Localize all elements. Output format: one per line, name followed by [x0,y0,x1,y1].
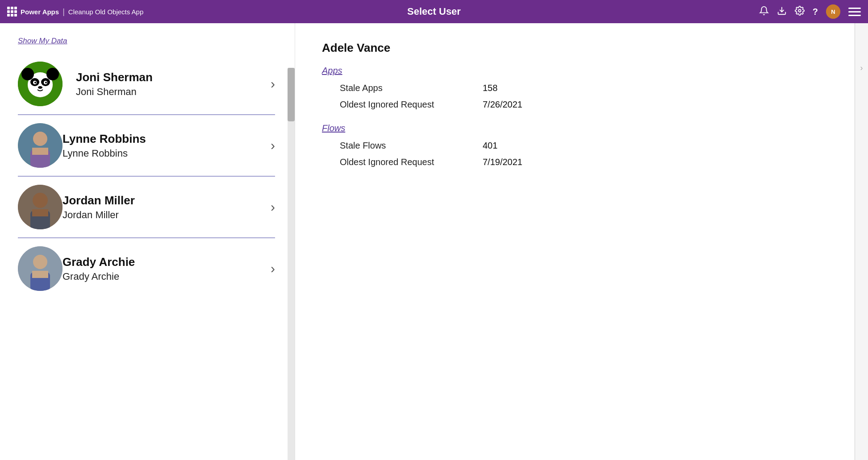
user-name-primary-joni: Joni Sherman [76,70,266,84]
user-name-primary-grady: Grady Archie [63,255,266,269]
chevron-right-joni: › [271,76,275,91]
svg-point-20 [33,193,48,208]
apps-section: Apps Stale Apps 158 Oldest Ignored Reque… [322,66,828,110]
svg-rect-26 [32,271,48,278]
avatar-grady-archie [18,246,63,291]
top-bar: Power Apps | Cleanup Old Objects App Sel… [0,0,868,23]
stale-apps-row: Stale Apps 158 [340,83,828,93]
scrollbar-thumb[interactable] [288,68,295,121]
flows-section: Flows Stale Flows 401 Oldest Ignored Req… [322,123,828,167]
user-item-grady-archie[interactable]: Grady Archie Grady Archie › [18,238,275,299]
show-my-data-link[interactable]: Show My Data [18,37,67,46]
avatar-lynne-robbins [18,123,63,168]
chevron-right-grady: › [271,261,275,276]
help-icon[interactable]: ? [813,7,818,17]
page-title: Select User [407,6,461,17]
avatar-jordan-miller [18,185,63,229]
user-name-secondary-jordan: Jordan Miller [63,209,266,221]
app-page-name: Cleanup Old Objects App [68,8,143,16]
left-panel: Show My Data [0,23,295,460]
user-name-primary-jordan: Jordan Miller [63,194,266,207]
stale-apps-label: Stale Apps [340,83,483,93]
chevron-right-lynne: › [271,138,275,153]
power-apps-label: Power Apps [21,8,59,16]
svg-point-16 [33,132,47,146]
right-panel: Adele Vance Apps Stale Apps 158 Oldest I… [295,23,855,460]
apps-stats: Stale Apps 158 Oldest Ignored Request 7/… [340,83,828,110]
svg-point-13 [45,82,47,83]
svg-point-14 [38,86,42,89]
apps-oldest-ignored-label: Oldest Ignored Request [340,99,483,110]
user-item-lynne-robbins[interactable]: Lynne Robbins Lynne Robbins › [18,115,275,177]
hamburger-menu[interactable] [848,8,861,16]
stale-apps-value: 158 [483,83,497,93]
user-info-jordan-miller: Jordan Miller Jordan Miller [63,194,266,221]
user-info-lynne-robbins: Lynne Robbins Lynne Robbins [63,132,266,159]
user-item-jordan-miller[interactable]: Jordan Miller Jordan Miller › [18,177,275,238]
user-list: Joni Sherman Joni Sherman › [18,54,277,437]
avatar-joni-sherman [18,62,63,106]
edge-panel: › [855,23,868,460]
apps-section-link[interactable]: Apps [322,66,342,76]
top-bar-actions: ? N [759,4,861,19]
edge-chevron[interactable]: › [860,63,863,73]
user-avatar-topbar[interactable]: N [826,4,840,19]
user-item-joni-sherman[interactable]: Joni Sherman Joni Sherman › [18,54,275,115]
svg-point-1 [798,9,801,12]
flows-stats: Stale Flows 401 Oldest Ignored Request 7… [340,141,828,167]
user-name-primary-lynne: Lynne Robbins [63,132,266,146]
svg-text:N: N [831,8,835,15]
user-info-joni-sherman: Joni Sherman Joni Sherman [76,70,266,98]
main-content: Show My Data [0,23,868,460]
apps-oldest-ignored-value: 7/26/2021 [483,99,522,110]
stale-flows-row: Stale Flows 401 [340,141,828,151]
user-info-grady-archie: Grady Archie Grady Archie [63,255,266,282]
flows-oldest-ignored-label: Oldest Ignored Request [340,157,483,167]
flows-oldest-ignored-value: 7/19/2021 [483,157,522,167]
svg-point-24 [33,255,47,269]
flows-section-link[interactable]: Flows [322,123,345,133]
svg-point-12 [34,82,36,83]
settings-icon[interactable] [795,6,805,18]
download-icon[interactable] [777,6,787,18]
apps-oldest-ignored-row: Oldest Ignored Request 7/26/2021 [340,99,828,110]
title-separator: | [63,7,65,17]
app-title-area: Power Apps | Cleanup Old Objects App [7,7,143,17]
user-name-secondary-grady: Grady Archie [63,271,266,282]
stale-flows-label: Stale Flows [340,141,483,151]
chevron-right-jordan: › [271,199,275,215]
user-name-secondary-lynne: Lynne Robbins [63,148,266,159]
svg-rect-22 [32,209,48,216]
svg-point-6 [21,68,34,80]
stale-flows-value: 401 [483,141,497,151]
svg-rect-18 [32,148,48,155]
user-name-secondary-joni: Joni Sherman [76,86,266,98]
waffle-icon[interactable] [7,7,17,17]
selected-user-name: Adele Vance [322,41,828,55]
flows-oldest-ignored-row: Oldest Ignored Request 7/19/2021 [340,157,828,167]
svg-point-7 [46,68,59,80]
scrollbar-track[interactable] [288,68,295,460]
notification-icon[interactable] [759,6,769,18]
